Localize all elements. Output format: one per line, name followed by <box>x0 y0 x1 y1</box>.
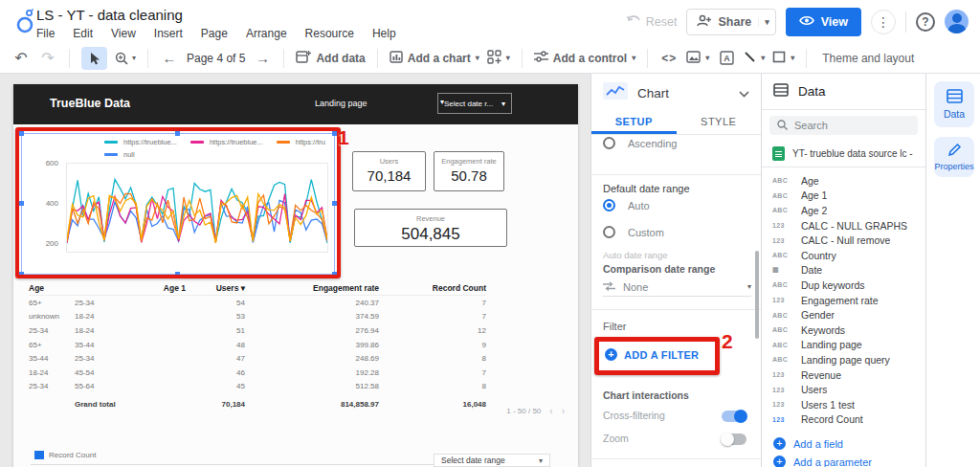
person-add-icon <box>697 14 711 30</box>
tab-style[interactable]: STYLE <box>677 112 762 134</box>
field-name: CALC - NULL GRAPHS <box>801 220 907 232</box>
menu-item[interactable]: View <box>111 27 136 40</box>
add-chart-button[interactable]: Add a chart ▾ <box>390 51 479 66</box>
report-canvas[interactable]: TrueBlue Data Landing page ▾ Select date… <box>0 74 590 467</box>
prev-page-icon[interactable]: ‹ <box>549 406 552 416</box>
redo-icon[interactable]: ↷ <box>38 47 57 70</box>
avatar[interactable] <box>945 10 969 33</box>
field-item[interactable]: ABC Country <box>762 248 925 263</box>
help-button[interactable]: ? <box>916 12 935 32</box>
add-control-button[interactable]: Add a control ▾ <box>534 51 635 65</box>
reset-button[interactable]: Reset <box>627 14 678 29</box>
looker-studio-logo-icon[interactable] <box>15 9 36 37</box>
scorecard-engagement-rate[interactable]: Engagement rate 50.78 <box>434 151 504 191</box>
table-row[interactable]: unknown 18-24 53 374.59 7 <box>29 310 486 324</box>
menu-item[interactable]: File <box>36 27 55 40</box>
field-item[interactable]: 123 CALC - Null remove <box>762 233 925 248</box>
table-row[interactable]: 18-24 45-54 46 192.28 7 <box>29 366 486 380</box>
sort-ascending-option[interactable]: Ascending <box>603 137 677 149</box>
table-row[interactable]: 65+ 25-34 54 240.37 7 <box>29 296 486 310</box>
auto-date-range-note: Auto date range <box>603 250 668 260</box>
field-item[interactable]: 123 Record Count <box>762 412 925 428</box>
field-item[interactable]: 123 Engagement rate <box>762 293 925 308</box>
field-item[interactable]: ABC Landing page <box>762 338 925 353</box>
rail-properties-button[interactable]: Properties <box>934 137 974 177</box>
menu-item[interactable]: Arrange <box>246 27 287 40</box>
next-page-button[interactable]: → <box>253 47 272 70</box>
next-page-icon[interactable]: › <box>562 406 565 416</box>
menu-item[interactable]: Edit <box>73 27 93 40</box>
field-search-box[interactable]: Search <box>769 116 918 135</box>
column-header[interactable]: Users ▾ <box>186 283 245 293</box>
add-data-button[interactable]: Add data <box>296 50 365 66</box>
report-page[interactable]: TrueBlue Data Landing page ▾ Select date… <box>13 84 578 467</box>
comparison-date-range-select[interactable]: None ▾ <box>603 278 751 297</box>
menu-item[interactable]: Resource <box>305 27 354 40</box>
panel-scrollbar[interactable] <box>755 251 759 339</box>
select-tool-button[interactable] <box>81 47 107 70</box>
table-row[interactable]: 25-34 55-64 45 512.58 8 <box>29 380 486 394</box>
line-tool-button[interactable]: ▾ <box>744 51 765 66</box>
column-header[interactable]: Engagement rate <box>245 283 379 293</box>
tab-setup[interactable]: SETUP <box>591 112 677 134</box>
field-item[interactable]: ABC Age 2 <box>762 203 925 218</box>
field-item[interactable]: ABC Landing page query <box>762 352 925 367</box>
radio-selected-icon[interactable] <box>603 199 615 211</box>
field-item[interactable]: ABC Keywords <box>762 322 925 338</box>
field-item[interactable]: ABC Age 1 <box>762 189 925 204</box>
report-title[interactable]: LS - YT - data cleaning <box>36 7 183 23</box>
date-range-control[interactable]: Select date range ▾ <box>434 454 550 467</box>
page-indicator[interactable]: Page 4 of 5 <box>187 52 245 65</box>
zoom-toggle[interactable] <box>722 434 746 445</box>
date-range-control[interactable]: Select date r... ▾ <box>437 93 512 114</box>
data-source-row[interactable]: YT- trueblue data source lc - Null test … <box>762 141 925 167</box>
table-row[interactable]: 35-44 25-34 47 248.69 8 <box>29 351 486 366</box>
radio-icon[interactable] <box>603 137 615 149</box>
menu-item[interactable]: Help <box>372 27 396 40</box>
zoom-tool-button[interactable]: ▾ <box>115 47 136 70</box>
table-row[interactable]: 65+ 35-44 48 399.86 9 <box>29 338 486 352</box>
share-dropdown-caret-icon[interactable]: ▾ <box>758 17 769 27</box>
field-item[interactable]: 123 Users <box>762 382 925 397</box>
previous-page-button[interactable]: ← <box>160 47 179 70</box>
bar-chart-legend: Record Count <box>34 451 96 459</box>
radio-icon[interactable] <box>603 226 615 238</box>
menu-item[interactable]: Insert <box>154 27 183 40</box>
scorecard-users[interactable]: Users 70,184 <box>352 151 426 191</box>
more-options-button[interactable]: ⋮ <box>871 10 896 34</box>
add-a-field-button[interactable]: + Add a field <box>773 437 843 450</box>
column-header[interactable]: Age <box>29 283 75 293</box>
add-a-parameter-button[interactable]: + Add a parameter <box>773 456 872 467</box>
field-item[interactable]: 123 Users 1 test <box>762 397 925 412</box>
scorecard-revenue[interactable]: Revenue 504,845 <box>354 209 507 247</box>
field-item[interactable]: ABC Age <box>762 173 925 189</box>
theme-and-layout-button[interactable]: Theme and layout <box>822 52 914 65</box>
date-range-auto-option[interactable]: Auto <box>603 199 650 211</box>
community-visualizations-button[interactable]: ▾ <box>487 50 510 67</box>
rail-data-button[interactable]: Data <box>934 81 974 127</box>
landing-page-filter[interactable]: Landing page <box>315 99 368 108</box>
view-button[interactable]: View <box>786 8 861 36</box>
menu-item[interactable]: Page <box>201 27 228 40</box>
field-item[interactable]: ABC Dup keywords <box>762 278 925 293</box>
undo-icon[interactable]: ↶ <box>11 47 31 70</box>
text-tool-icon[interactable]: A <box>717 47 736 70</box>
share-button[interactable]: Share ▾ <box>686 9 775 35</box>
table-row[interactable]: 25-34 18-24 51 276.94 12 <box>29 323 486 338</box>
column-header[interactable]: Age 1 <box>75 283 186 293</box>
cross-filtering-toggle[interactable] <box>722 411 746 422</box>
data-table[interactable]: AgeAge 1Users ▾Engagement rateRecord Cou… <box>29 281 486 411</box>
field-item[interactable]: 123 CALC - NULL GRAPHS <box>762 218 925 234</box>
add-image-button[interactable]: ▾ <box>686 51 709 66</box>
shape-tool-button[interactable]: ▾ <box>772 51 794 66</box>
field-item[interactable]: ABC Gender <box>762 307 925 322</box>
column-header[interactable]: Record Count <box>379 283 486 293</box>
date-range-custom-option[interactable]: Custom <box>603 226 664 238</box>
field-item[interactable]: 123 Revenue <box>762 367 925 383</box>
embed-url-icon[interactable]: <> <box>659 47 679 70</box>
divider <box>591 309 762 310</box>
caret-down-icon: ▾ <box>476 54 479 62</box>
legend-label[interactable]: Record Count <box>49 451 96 459</box>
field-item[interactable]: ▦ Date <box>762 263 925 278</box>
chevron-down-icon[interactable] <box>739 84 749 101</box>
